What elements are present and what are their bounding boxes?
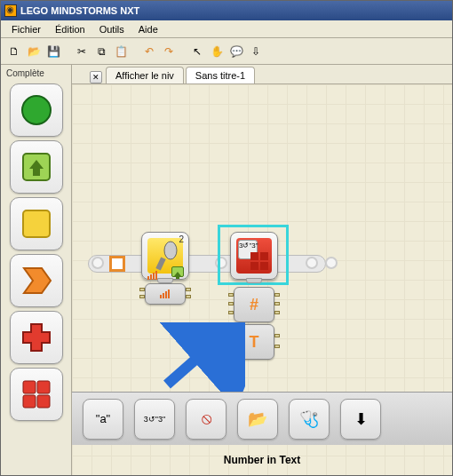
program-canvas[interactable]: 2 3↺"3": [72, 84, 452, 475]
green-circle-icon: [20, 94, 52, 126]
save-file-button[interactable]: 💾: [44, 42, 63, 61]
number-to-text-button[interactable]: 3↺"3": [134, 399, 175, 440]
sidebar-title: Complète: [3, 67, 69, 80]
signal-icon: [160, 290, 171, 298]
orange-arrow-icon: [20, 265, 52, 297]
number-to-text-block[interactable]: 3↺"3": [230, 232, 278, 280]
svg-rect-2: [23, 210, 50, 237]
sound-sensor-block[interactable]: 2: [141, 232, 189, 280]
palette-common[interactable]: [10, 83, 63, 137]
annotation-caption: Number in Text: [72, 454, 452, 466]
svg-line-21: [167, 333, 226, 385]
window-title: LEGO MINDSTORMS NXT: [20, 5, 139, 16]
reset-button[interactable]: ⬇: [340, 399, 381, 440]
file-access-button[interactable]: 📂: [237, 399, 278, 440]
sound-block-datahub[interactable]: [145, 283, 186, 305]
red-plus-icon: [20, 321, 52, 353]
svg-rect-5: [23, 395, 36, 408]
num2text-datahub-number[interactable]: #: [234, 287, 274, 322]
tab-untitled[interactable]: Sans titre-1: [186, 67, 255, 83]
new-file-button[interactable]: 🗋: [4, 42, 24, 61]
palette-advanced[interactable]: [10, 368, 63, 421]
annotation-arrow: [156, 322, 245, 393]
calibrate-button[interactable]: 🩺: [289, 399, 330, 440]
text-block-button[interactable]: "a": [83, 399, 123, 440]
menubar: Fichier Édition Outils Aide: [1, 20, 452, 38]
svg-rect-3: [23, 381, 36, 393]
svg-rect-20: [260, 262, 268, 270]
svg-rect-18: [260, 252, 268, 260]
tab-display[interactable]: Afficher le niv: [106, 67, 184, 83]
start-peg[interactable]: [109, 256, 125, 272]
svg-rect-6: [37, 395, 50, 408]
window-titlebar: LEGO MINDSTORMS NXT: [1, 1, 452, 20]
palette-action[interactable]: [10, 140, 63, 194]
svg-rect-15: [165, 291, 167, 298]
menu-help[interactable]: Aide: [131, 22, 165, 36]
palette-data[interactable]: [10, 311, 63, 364]
menu-edit[interactable]: Édition: [48, 22, 92, 36]
svg-rect-19: [250, 262, 258, 270]
block-port-badge: 2: [179, 234, 184, 244]
svg-rect-11: [153, 273, 155, 280]
svg-point-0: [22, 96, 51, 124]
keep-alive-button[interactable]: ⦸: [186, 399, 226, 440]
pointer-tool-button[interactable]: ↖: [187, 42, 207, 61]
undo-button[interactable]: ↶: [139, 42, 159, 61]
svg-rect-10: [150, 274, 152, 280]
palette-sensor[interactable]: [10, 197, 63, 250]
tab-close-button[interactable]: ✕: [90, 71, 102, 83]
svg-rect-17: [250, 252, 258, 260]
svg-rect-13: [160, 295, 162, 298]
open-file-button[interactable]: 📂: [24, 42, 44, 61]
paste-button[interactable]: 📋: [111, 42, 131, 61]
svg-rect-14: [163, 293, 164, 298]
download-button[interactable]: ⇩: [246, 42, 266, 61]
redo-button[interactable]: ↷: [159, 42, 179, 61]
svg-rect-9: [147, 276, 149, 280]
up-arrow-icon: [171, 266, 184, 277]
green-square-up-icon: [20, 151, 52, 183]
hash-icon: #: [250, 296, 258, 314]
red-grid-icon: [238, 240, 274, 275]
tab-bar: ✕ Afficher le niv Sans titre-1: [72, 65, 452, 84]
app-icon: [4, 4, 17, 17]
canvas-area: ✕ Afficher le niv Sans titre-1 2: [72, 65, 452, 475]
svg-rect-16: [168, 290, 170, 298]
yellow-square-icon: [20, 208, 52, 240]
copy-button[interactable]: ⧉: [91, 42, 111, 61]
cut-button[interactable]: ✂: [72, 42, 91, 61]
pan-tool-button[interactable]: ✋: [207, 42, 226, 61]
main-area: Complète ✕ Afficher le niv: [1, 65, 452, 475]
svg-rect-4: [37, 381, 50, 393]
menu-tools[interactable]: Outils: [92, 22, 131, 36]
advanced-sub-palette: "a" 3↺"3" ⦸ 📂 🩺 ⬇: [72, 392, 452, 445]
comment-tool-button[interactable]: 💬: [226, 42, 246, 61]
toolbar: 🗋 📂 💾 ✂ ⧉ 📋 ↶ ↷ ↖ ✋ 💬 ⇩: [1, 38, 452, 65]
red-grid-icon: [20, 378, 52, 410]
menu-file[interactable]: Fichier: [4, 22, 48, 36]
palette-flow[interactable]: [10, 254, 63, 307]
text-T-icon: T: [250, 333, 259, 352]
svg-point-7: [164, 242, 177, 259]
sidebar-palette: Complète: [1, 65, 72, 475]
